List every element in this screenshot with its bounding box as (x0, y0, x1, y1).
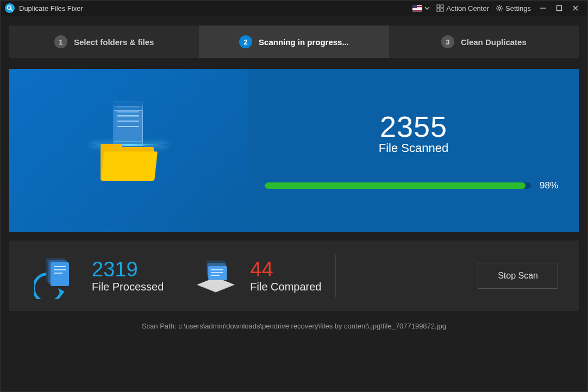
svg-rect-9 (557, 6, 562, 11)
progress-bar (265, 182, 531, 189)
progress-fill (265, 182, 526, 189)
svg-rect-5 (437, 9, 440, 11)
progress-row: 98% (265, 180, 562, 191)
step-number: 3 (441, 35, 454, 48)
scan-path-text: Scan Path: c:\users\admin\downloads\pend… (1, 322, 587, 330)
close-button[interactable] (568, 1, 583, 16)
compared-count: 44 (250, 259, 321, 280)
stat-processed: 2319 File Processed (20, 252, 178, 299)
action-center-button[interactable]: Action Center (436, 4, 489, 12)
maximize-button[interactable] (552, 1, 567, 16)
chevron-down-icon (424, 5, 430, 11)
steps-bar: 1 Select folders & files 2 Scanning in p… (9, 26, 579, 58)
scan-animation-area (9, 69, 248, 232)
files-scanned-count: 2355 (380, 110, 447, 143)
step-clean-duplicates[interactable]: 3 Clean Duplicates (389, 26, 579, 58)
compared-icon (192, 252, 239, 299)
svg-rect-14 (51, 262, 69, 286)
grid-icon (436, 4, 444, 12)
scan-status-area: 2355 File Scanned 98% (248, 69, 579, 232)
processed-count: 2319 (92, 259, 164, 280)
minimize-icon (540, 5, 546, 11)
app-window: Duplicate Files Fixer Action Center Sett… (0, 0, 588, 392)
stats-panel: 2319 File Processed 44 Fi (9, 241, 579, 311)
gear-icon (496, 4, 503, 12)
minimize-button[interactable] (535, 1, 551, 16)
step-number: 1 (54, 35, 67, 48)
step-number: 2 (239, 35, 252, 48)
stop-scan-button[interactable]: Stop Scan (478, 263, 558, 289)
settings-label: Settings (505, 4, 531, 12)
maximize-icon (556, 5, 562, 11)
divider (335, 255, 336, 297)
svg-point-0 (5, 3, 15, 13)
step-scanning[interactable]: 2 Scanning in progress... (199, 26, 389, 58)
svg-rect-6 (441, 9, 443, 11)
compared-label: File Compared (250, 281, 321, 293)
app-title: Duplicate Files Fixer (19, 4, 83, 12)
titlebar: Duplicate Files Fixer Action Center Sett… (1, 1, 587, 16)
app-logo-icon (5, 3, 15, 13)
action-center-label: Action Center (446, 4, 489, 12)
svg-rect-4 (441, 5, 443, 8)
svg-point-7 (498, 7, 501, 9)
svg-rect-3 (437, 5, 440, 8)
files-scanned-label: File Scanned (379, 141, 448, 155)
settings-button[interactable]: Settings (496, 4, 531, 12)
processed-label: File Processed (92, 281, 164, 293)
step-label: Scanning in progress... (259, 37, 349, 47)
progress-percent: 98% (540, 180, 562, 191)
step-select-folders[interactable]: 1 Select folders & files (9, 26, 199, 58)
close-icon (572, 5, 579, 11)
scan-panel: 2355 File Scanned 98% (9, 69, 579, 232)
processed-icon (34, 252, 81, 299)
step-label: Clean Duplicates (461, 37, 527, 47)
stat-compared: 44 File Compared (178, 252, 335, 299)
folder-scan-icon (91, 112, 167, 188)
language-selector[interactable] (412, 5, 430, 11)
flag-us-icon (412, 5, 422, 11)
step-label: Select folders & files (74, 37, 154, 47)
